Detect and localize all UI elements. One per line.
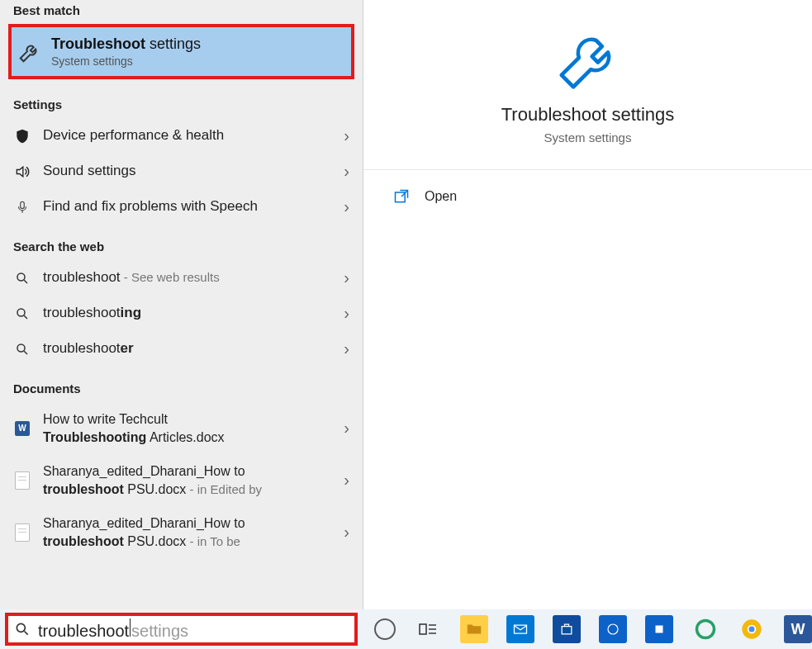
search-web-header: Search the web: [0, 225, 363, 260]
chevron-right-icon: ›: [344, 162, 349, 181]
edge-icon[interactable]: [691, 615, 719, 643]
chevron-right-icon: ›: [344, 197, 349, 216]
wrench-icon: [17, 39, 43, 65]
wrench-icon: [551, 23, 625, 97]
document-icon: [13, 471, 31, 490]
svg-point-3: [17, 344, 25, 352]
svg-rect-0: [21, 201, 25, 208]
open-action[interactable]: Open: [363, 170, 812, 223]
document-result-1[interactable]: W How to write Techcult Troubleshooting …: [0, 402, 363, 454]
cortana-icon[interactable]: [374, 618, 396, 640]
svg-rect-8: [656, 626, 663, 633]
search-results-panel: Best match Troubleshoot settings System …: [0, 0, 363, 609]
shield-icon: [13, 127, 31, 145]
svg-point-5: [17, 623, 25, 632]
chevron-right-icon: ›: [344, 268, 349, 287]
web-result-1[interactable]: troubleshoot - See web results ›: [0, 260, 363, 296]
microphone-icon: [13, 198, 31, 216]
svg-point-7: [608, 624, 618, 634]
word-icon[interactable]: W: [784, 615, 812, 643]
web-result-2[interactable]: troubleshooting ›: [0, 296, 363, 331]
taskbar-area: troubleshoot settings: [0, 609, 812, 649]
search-icon: [13, 305, 31, 323]
svg-point-1: [17, 273, 25, 281]
document-result-2[interactable]: Sharanya_edited_Dharani_How to troublesh…: [0, 454, 363, 506]
open-icon: [393, 188, 410, 205]
best-match-title: Troubleshoot settings: [51, 36, 201, 53]
file-explorer-icon[interactable]: [460, 615, 488, 643]
best-match-header: Best match: [0, 0, 363, 24]
store-icon[interactable]: [553, 615, 581, 643]
mail-icon[interactable]: [506, 615, 534, 643]
search-text: troubleshoot settings: [38, 618, 188, 641]
search-icon: [13, 269, 31, 287]
search-icon: [13, 340, 31, 358]
task-view-icon[interactable]: [414, 615, 442, 643]
documents-header: Documents: [0, 367, 363, 402]
preview-panel: Troubleshoot settings System settings Op…: [363, 0, 812, 609]
settings-item-speech[interactable]: Find and fix problems with Speech ›: [0, 189, 363, 225]
svg-rect-6: [420, 624, 426, 634]
preview-title: Troubleshoot settings: [501, 104, 675, 126]
chrome-icon[interactable]: [738, 615, 766, 643]
svg-point-9: [697, 621, 715, 638]
app-icon[interactable]: [645, 615, 673, 643]
chevron-right-icon: ›: [344, 339, 349, 358]
app-icon[interactable]: [599, 615, 627, 643]
best-match-result[interactable]: Troubleshoot settings System settings: [8, 24, 354, 79]
speaker-icon: [13, 163, 31, 181]
search-input[interactable]: troubleshoot settings: [5, 613, 358, 646]
settings-item-device-performance[interactable]: Device performance & health ›: [0, 118, 363, 154]
settings-header: Settings: [0, 83, 363, 118]
chevron-right-icon: ›: [344, 304, 349, 323]
word-doc-icon: W: [13, 419, 31, 438]
preview-subtitle: System settings: [544, 130, 632, 144]
chevron-right-icon: ›: [344, 471, 349, 490]
svg-point-2: [17, 309, 25, 316]
document-result-3[interactable]: Sharanya_edited_Dharani_How to troublesh…: [0, 506, 363, 558]
document-icon: [13, 523, 31, 542]
web-result-3[interactable]: troubleshooter ›: [0, 331, 363, 367]
chevron-right-icon: ›: [344, 126, 349, 145]
settings-item-sound[interactable]: Sound settings ›: [0, 154, 363, 189]
search-icon: [13, 620, 31, 638]
chevron-right-icon: ›: [344, 523, 349, 542]
svg-point-12: [749, 627, 755, 632]
chevron-right-icon: ›: [344, 419, 349, 438]
open-label: Open: [425, 189, 457, 204]
best-match-subtitle: System settings: [51, 54, 201, 68]
